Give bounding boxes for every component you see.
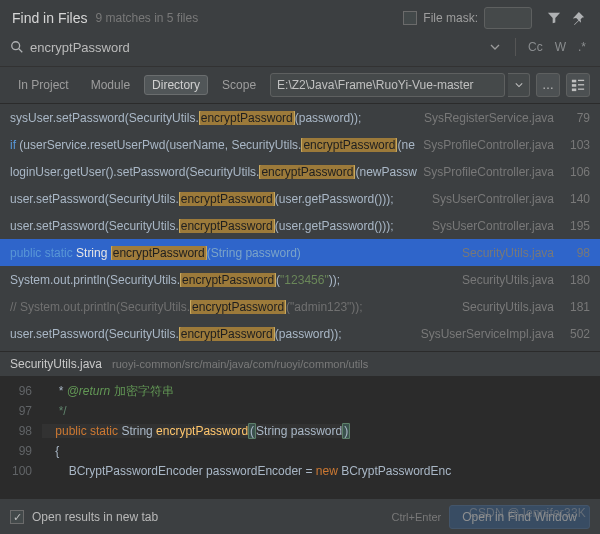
open-new-tab-label: Open results in new tab — [32, 510, 158, 524]
result-row[interactable]: sysUser.setPassword(SecurityUtils.encryp… — [0, 104, 600, 131]
directory-combo[interactable]: E:\Z2\Java\Frame\RuoYi-Vue-master — [270, 73, 505, 97]
result-row[interactable]: user.setPassword(SecurityUtils.encryptPa… — [0, 212, 600, 239]
match-count: 9 matches in 5 files — [95, 11, 198, 25]
result-row[interactable]: if (userService.resetUserPwd(userName, S… — [0, 131, 600, 158]
result-file: SecurityUtils.java — [462, 300, 554, 314]
filter-icon[interactable] — [542, 6, 566, 30]
preview-line: 97 */ — [0, 401, 600, 421]
result-line: 98 — [558, 246, 590, 260]
preview-line: 98 public static String encryptPassword(… — [0, 421, 600, 441]
open-find-window-button[interactable]: Open in Find Window — [449, 505, 590, 529]
history-dropdown-icon[interactable] — [483, 35, 507, 59]
tab-scope[interactable]: Scope — [214, 75, 264, 95]
scope-bar: In Project Module Directory Scope E:\Z2\… — [0, 67, 600, 104]
preview-line: 100 BCryptPasswordEncoder passwordEncode… — [0, 461, 600, 481]
match-case-toggle[interactable]: Cc — [524, 38, 547, 56]
preview-line: 96 * @return 加密字符串 — [0, 381, 600, 401]
result-file: SysProfileController.java — [423, 138, 554, 152]
result-line: 195 — [558, 219, 590, 233]
search-icon — [10, 40, 24, 54]
whole-word-toggle[interactable]: W — [551, 38, 570, 56]
result-row[interactable]: // System.out.println(SecurityUtils.encr… — [0, 293, 600, 320]
result-file: SysUserServiceImpl.java — [421, 327, 554, 341]
tab-in-project[interactable]: In Project — [10, 75, 77, 95]
result-row[interactable]: public static String encryptPassword(Str… — [0, 239, 600, 266]
regex-toggle[interactable]: .* — [574, 38, 590, 56]
svg-line-1 — [19, 49, 23, 53]
dialog-footer: Open results in new tab Ctrl+Enter Open … — [0, 498, 600, 534]
result-line: 181 — [558, 300, 590, 314]
result-file: SecurityUtils.java — [462, 246, 554, 260]
result-line: 140 — [558, 192, 590, 206]
directory-dropdown-icon[interactable] — [508, 73, 530, 97]
dialog-header: Find in Files 9 matches in 5 files File … — [0, 0, 600, 30]
svg-rect-4 — [572, 89, 576, 92]
result-file: SysProfileController.java — [423, 165, 554, 179]
file-mask-label: File mask: — [423, 11, 478, 25]
result-file: SysUserController.java — [432, 219, 554, 233]
shortcut-hint: Ctrl+Enter — [391, 511, 441, 523]
tree-toggle-button[interactable] — [566, 73, 590, 97]
result-file: SecurityUtils.java — [462, 273, 554, 287]
pin-icon[interactable] — [566, 6, 590, 30]
result-row[interactable]: user.setPassword(SecurityUtils.encryptPa… — [0, 320, 600, 347]
result-row[interactable]: loginUser.getUser().setPassword(Security… — [0, 158, 600, 185]
result-file: SysRegisterService.java — [424, 111, 554, 125]
svg-rect-2 — [572, 80, 576, 83]
result-line: 79 — [558, 111, 590, 125]
preview-filepath: ruoyi-common/src/main/java/com/ruoyi/com… — [112, 358, 368, 370]
tab-module[interactable]: Module — [83, 75, 138, 95]
browse-directory-button[interactable]: … — [536, 73, 560, 97]
result-line: 103 — [558, 138, 590, 152]
preview-line: 99 { — [0, 441, 600, 461]
svg-rect-5 — [578, 80, 584, 81]
result-row[interactable]: user.setPassword(SecurityUtils.encryptPa… — [0, 185, 600, 212]
svg-rect-3 — [572, 84, 576, 87]
tab-directory[interactable]: Directory — [144, 75, 208, 95]
result-row[interactable]: System.out.println(SecurityUtils.encrypt… — [0, 266, 600, 293]
svg-rect-7 — [578, 89, 584, 90]
code-preview[interactable]: 96 * @return 加密字符串97 */98 public static … — [0, 377, 600, 498]
search-bar: encryptPassword Cc W .* — [0, 30, 600, 67]
result-line: 106 — [558, 165, 590, 179]
preview-header: SecurityUtils.java ruoyi-common/src/main… — [0, 351, 600, 377]
result-file: SysUserController.java — [432, 192, 554, 206]
file-mask-input[interactable] — [484, 7, 532, 29]
dialog-title: Find in Files — [12, 10, 87, 26]
search-input[interactable]: encryptPassword — [10, 34, 479, 60]
svg-rect-6 — [578, 84, 584, 85]
search-query-text: encryptPassword — [30, 40, 130, 55]
file-mask-checkbox[interactable] — [403, 11, 417, 25]
directory-path: E:\Z2\Java\Frame\RuoYi-Vue-master — [277, 78, 474, 92]
result-line: 502 — [558, 327, 590, 341]
results-list[interactable]: sysUser.setPassword(SecurityUtils.encryp… — [0, 104, 600, 347]
preview-filename: SecurityUtils.java — [10, 357, 102, 371]
svg-point-0 — [12, 42, 20, 50]
result-line: 180 — [558, 273, 590, 287]
open-new-tab-checkbox[interactable] — [10, 510, 24, 524]
